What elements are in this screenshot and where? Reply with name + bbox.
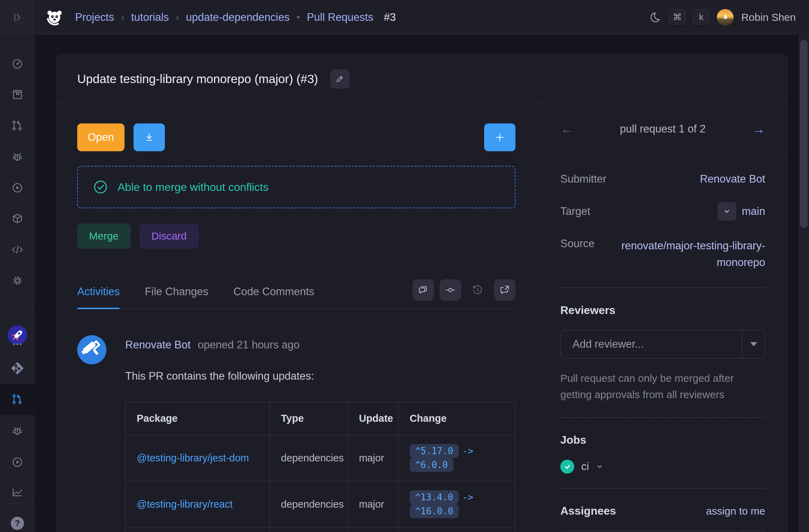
toggle-commits-button[interactable] — [440, 279, 461, 301]
shortcut-cmd-key[interactable]: ⌘ — [669, 9, 686, 25]
job-expand-chevron[interactable] — [596, 463, 603, 470]
rail-divider — [0, 307, 35, 307]
pull-request-icon — [11, 119, 24, 132]
commit-icon — [444, 284, 456, 296]
user-name[interactable]: Robin Shen — [741, 11, 796, 23]
add-comment-button[interactable] — [484, 123, 515, 151]
project-item-issues[interactable] — [0, 415, 35, 446]
tab-activities[interactable]: Activities — [77, 285, 120, 308]
type-cell: dependencies — [270, 435, 347, 481]
help-button[interactable] — [0, 508, 35, 532]
sidebar-item-packages[interactable] — [0, 203, 35, 234]
job-row-ci[interactable]: ci — [560, 460, 765, 474]
app-logo[interactable] — [46, 8, 64, 26]
discard-button[interactable]: Discard — [139, 224, 199, 249]
tab-code-comments[interactable]: Code Comments — [233, 285, 314, 308]
open-in-new-button[interactable] — [494, 279, 515, 301]
theme-toggle-button[interactable] — [649, 11, 661, 24]
code-icon — [11, 243, 24, 256]
pr-number: #3 — [384, 11, 395, 24]
update-cell: major — [347, 527, 398, 532]
table-row: @testing-library/jest-dom dependencies m… — [126, 435, 515, 481]
project-more-menu[interactable] — [0, 336, 35, 353]
panel-divider — [560, 288, 765, 288]
sidebar-item-issues[interactable] — [0, 141, 35, 172]
breadcrumb: Projects › tutorials › update-dependenci… — [75, 11, 396, 24]
pull-request-icon — [11, 393, 24, 406]
tab-file-changes[interactable]: File Changes — [145, 285, 208, 308]
reviewers-note: Pull request can only be merged after ge… — [560, 370, 765, 403]
job-name: ci — [581, 460, 589, 473]
table-row: @testing-library/react dependencies majo… — [126, 481, 515, 527]
package-link[interactable]: @testing-library/react — [126, 481, 270, 527]
breadcrumb-repo[interactable]: update-dependencies — [186, 11, 290, 24]
chevron-down-icon — [596, 463, 603, 470]
merge-button[interactable]: Merge — [77, 224, 130, 249]
target-branch-value[interactable]: main — [742, 205, 765, 218]
plus-icon — [494, 131, 506, 143]
project-item-pull-requests-active[interactable] — [0, 384, 35, 415]
project-item-code[interactable] — [0, 353, 35, 384]
page-scrollbar-track[interactable] — [799, 35, 809, 532]
breadcrumb-separator: › — [121, 12, 124, 23]
moon-icon — [649, 11, 661, 24]
package-box-icon — [11, 212, 24, 225]
pencil-icon — [335, 74, 345, 84]
dropdown-caret[interactable] — [742, 330, 765, 358]
target-branch-dropdown-button[interactable] — [718, 202, 736, 221]
renovate-bot-avatar — [77, 335, 106, 364]
package-link[interactable]: @testing-library/user-event — [126, 527, 270, 532]
panel-divider — [560, 488, 765, 489]
update-cell: major — [347, 435, 398, 481]
panel-divider — [560, 417, 765, 418]
breadcrumb-project[interactable]: tutorials — [131, 11, 169, 24]
page-scrollbar-thumb[interactable] — [800, 40, 808, 228]
package-link[interactable]: @testing-library/jest-dom — [126, 435, 270, 481]
sidebar-item-builds[interactable] — [0, 172, 35, 203]
sidebar-item-code-search[interactable] — [0, 234, 35, 265]
sidebar-item-projects[interactable] — [0, 79, 35, 110]
jobs-heading: Jobs — [560, 434, 765, 446]
pr-side-panel: ← pull request 1 of 2 → Submitter Renova… — [537, 104, 788, 532]
toggle-comments-button[interactable] — [412, 279, 434, 301]
history-button[interactable] — [467, 279, 488, 301]
job-success-check-icon — [560, 460, 574, 474]
add-assignee-select[interactable]: Add assignee... — [560, 531, 765, 532]
shortcut-k-key[interactable]: k — [693, 9, 709, 25]
col-header-change: Change — [398, 402, 515, 435]
history-clock-icon — [472, 284, 483, 296]
source-row: Source renovate/major-testing-library-mo… — [560, 237, 765, 271]
next-pr-arrow-icon[interactable]: → — [752, 122, 765, 136]
submitter-value[interactable]: Renovate Bot — [700, 173, 765, 185]
col-header-package: Package — [126, 402, 270, 435]
version-to: ^6.0.0 — [410, 458, 454, 472]
comment-intro-text: This PR contains the following updates: — [125, 370, 515, 382]
comment-body: Renovate Bot opened 21 hours ago This PR… — [125, 335, 515, 532]
add-reviewer-select[interactable]: Add reviewer... — [560, 330, 765, 358]
updates-table: Package Type Update Change @testing-libr… — [125, 402, 515, 532]
check-circle-icon — [93, 180, 108, 194]
sidebar-item-dashboard[interactable] — [0, 48, 35, 79]
user-avatar[interactable] — [717, 9, 734, 26]
breadcrumb-section[interactable]: Pull Requests — [307, 11, 373, 24]
comment-author-link[interactable]: Renovate Bot — [125, 339, 191, 351]
sidebar-collapse-button[interactable] — [0, 0, 35, 35]
breadcrumb-projects[interactable]: Projects — [75, 11, 114, 24]
change-cell: ^13.4.0->^16.0.0 — [398, 481, 515, 527]
version-from: ^13.4.0 — [410, 490, 459, 504]
prev-pr-arrow-icon[interactable]: ← — [560, 122, 574, 136]
project-item-builds[interactable] — [0, 446, 35, 478]
pr-main-column: Open Able to merge wit — [56, 104, 537, 532]
comment-timestamp: opened 21 hours ago — [198, 339, 299, 351]
breadcrumb-dot: • — [297, 12, 300, 23]
sidebar-item-pull-requests[interactable] — [0, 110, 35, 142]
source-branch-value[interactable]: renovate/major-testing-library-monorepo — [605, 237, 765, 271]
assign-to-me-link[interactable]: assign to me — [706, 505, 765, 517]
page-title: Update testing-library monorepo (major) … — [77, 72, 318, 86]
tab-action-buttons — [412, 279, 515, 308]
download-button[interactable] — [134, 123, 165, 151]
col-header-update: Update — [347, 402, 398, 435]
pr-pager: ← pull request 1 of 2 → — [537, 104, 788, 155]
sidebar-item-administration[interactable] — [0, 265, 35, 296]
edit-title-button[interactable] — [330, 69, 350, 89]
